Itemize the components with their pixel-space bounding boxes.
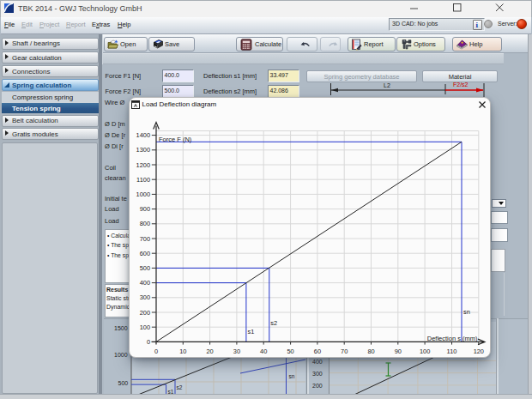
svg-text:600: 600 (139, 250, 149, 257)
svg-text:200: 200 (139, 309, 149, 317)
svg-text:Deflection s (mm): Deflection s (mm) (426, 335, 477, 342)
svg-text:s2: s2 (270, 319, 277, 327)
svg-text:40: 40 (260, 348, 267, 355)
svg-text:1100: 1100 (136, 176, 150, 184)
svg-text:1300: 1300 (136, 146, 149, 154)
svg-text:800: 800 (139, 220, 149, 227)
svg-text:50: 50 (287, 348, 293, 355)
svg-text:1000: 1000 (136, 190, 149, 198)
svg-text:s2: s2 (177, 384, 183, 390)
svg-text:30: 30 (233, 348, 239, 355)
svg-text:0: 0 (146, 338, 149, 346)
svg-text:120: 120 (473, 348, 483, 355)
svg-text:700: 700 (139, 235, 149, 243)
svg-text:90: 90 (394, 348, 401, 355)
svg-text:sn: sn (289, 373, 295, 379)
svg-text:500: 500 (139, 264, 149, 272)
svg-text:1400: 1400 (136, 131, 149, 139)
svg-text:60: 60 (313, 348, 320, 355)
svg-text:20: 20 (206, 348, 213, 355)
svg-text:70: 70 (341, 348, 348, 355)
svg-text:s1: s1 (247, 328, 254, 336)
svg-text:300: 300 (139, 293, 149, 301)
svg-text:900: 900 (139, 205, 149, 213)
svg-text:Force F (N): Force F (N) (159, 136, 192, 143)
svg-text:sn: sn (463, 308, 470, 316)
svg-text:0: 0 (154, 348, 157, 355)
svg-text:400: 400 (139, 279, 149, 287)
svg-text:10: 10 (179, 348, 186, 355)
svg-text:1200: 1200 (136, 161, 149, 169)
svg-text:110: 110 (446, 348, 456, 355)
svg-text:80: 80 (367, 348, 374, 355)
svg-text:100: 100 (419, 348, 429, 355)
svg-text:100: 100 (139, 323, 149, 331)
